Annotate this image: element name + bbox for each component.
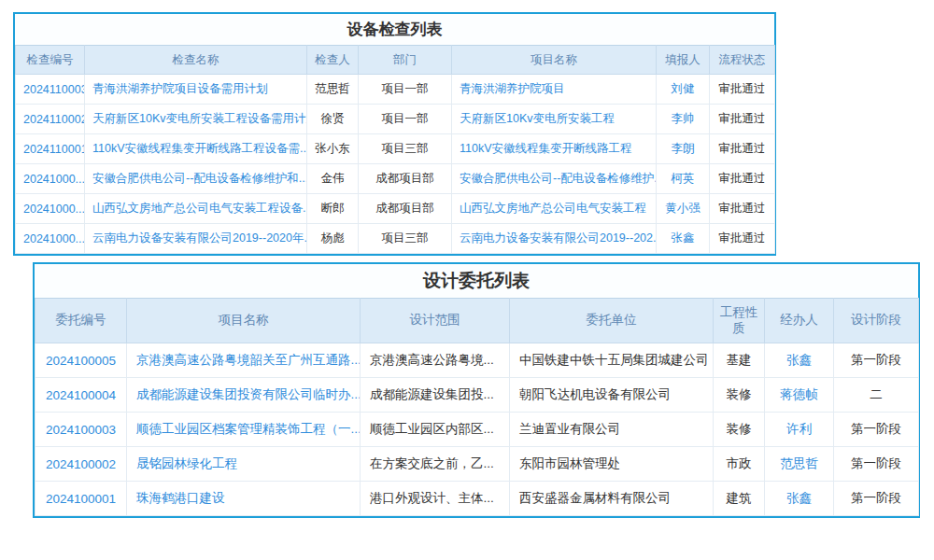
design-stage-cell: 二 xyxy=(834,378,919,413)
project-name-link[interactable]: 云南电力设备安装有限公司2019--202... xyxy=(460,231,657,245)
reporter-link[interactable]: 张鑫 xyxy=(672,231,695,245)
col-header-project-name: 项目名称 xyxy=(452,46,657,75)
project-type-cell: 装修 xyxy=(714,378,765,413)
inspection-id-link[interactable]: 20241000... xyxy=(23,173,85,186)
inspection-name-link[interactable]: 青海洪湖养护院项目设备需用计划 xyxy=(92,82,268,95)
project-name-link[interactable]: 110kV安徽线程集变开断线路工程 xyxy=(460,142,632,155)
inspection-id-link[interactable]: 2024110001 xyxy=(23,143,85,156)
project-name-link[interactable]: 青海洪湖养护院项目 xyxy=(460,82,565,95)
project-name-link[interactable]: 珠海鹤港口建设 xyxy=(136,491,225,505)
inspection-name-link[interactable]: 安徽合肥供电公司--配电设备检修维护和... xyxy=(92,172,307,185)
inspector-cell: 金伟 xyxy=(307,164,359,194)
page: 设备检查列表 检查编号 检查名称 检查人 部门 项目名称 填报人 流程状态 xyxy=(0,0,934,560)
handler-link[interactable]: 张鑫 xyxy=(786,353,812,367)
design-scope-cell: 成都能源建设集团投... xyxy=(361,378,510,413)
status-badge: 审批通过 xyxy=(710,105,775,134)
table-header-row: 委托编号 项目名称 设计范围 委托单位 工程性质 经办人 设计阶段 xyxy=(35,299,919,343)
equipment-inspection-table-card: 设备检查列表 检查编号 检查名称 检查人 部门 项目名称 填报人 流程状态 xyxy=(13,12,776,256)
handler-link[interactable]: 范思哲 xyxy=(780,456,818,470)
reporter-link[interactable]: 黄小强 xyxy=(665,202,700,215)
status-badge: 审批通过 xyxy=(710,224,775,254)
table-row: 2024110002 天府新区10Kv变电所安装工程设备需用计划 徐贤 项目一部… xyxy=(16,105,775,134)
table-row: 2024110001 110kV安徽线程集变开断线路工程设备需... 张小东 项… xyxy=(16,134,775,164)
col-header-department: 部门 xyxy=(359,46,452,75)
table-row: 20241000... 云南电力设备安装有限公司2019--2020年... 杨… xyxy=(16,224,775,254)
inspector-cell: 范思哲 xyxy=(307,75,359,105)
design-stage-cell: 第一阶段 xyxy=(834,447,919,482)
project-name-link[interactable]: 京港澳高速公路粤境韶关至广州互通路... xyxy=(136,353,361,367)
project-name-link[interactable]: 天府新区10Kv变电所安装工程 xyxy=(460,112,615,125)
department-cell: 项目一部 xyxy=(359,105,452,134)
design-scope-cell: 京港澳高速公路粤境... xyxy=(361,343,510,378)
project-type-cell: 基建 xyxy=(714,343,765,378)
department-cell: 项目一部 xyxy=(359,75,452,105)
reporter-link[interactable]: 李帅 xyxy=(672,112,695,125)
inspector-cell: 断郎 xyxy=(307,194,359,224)
client-unit-cell: 兰迪置业有限公司 xyxy=(510,413,714,447)
commission-id-link[interactable]: 2024100003 xyxy=(46,423,116,437)
project-name-link[interactable]: 安徽合肥供电公司--配电设备检修维护... xyxy=(460,172,657,185)
department-cell: 项目三部 xyxy=(359,134,452,164)
equipment-inspection-title: 设备检查列表 xyxy=(15,14,774,45)
design-stage-cell: 第一阶段 xyxy=(834,343,919,378)
client-unit-cell: 朝阳飞达机电设备有限公司 xyxy=(510,378,714,413)
col-header-flow-status: 流程状态 xyxy=(710,46,775,75)
design-scope-cell: 顺德工业园区内部区... xyxy=(361,413,510,447)
inspection-id-link[interactable]: 20241000... xyxy=(23,232,85,245)
col-header-client-unit: 委托单位 xyxy=(510,299,714,343)
inspection-name-link[interactable]: 山西弘文房地产总公司电气安装工程设备... xyxy=(92,202,307,215)
col-header-commission-id: 委托编号 xyxy=(35,299,127,343)
col-header-project-type: 工程性质 xyxy=(714,299,765,343)
commission-id-link[interactable]: 2024100004 xyxy=(46,388,116,402)
inspector-cell: 徐贤 xyxy=(307,105,359,134)
handler-link[interactable]: 许利 xyxy=(786,422,812,436)
project-name-link[interactable]: 山西弘文房地产总公司电气安装工程 xyxy=(460,202,646,215)
department-cell: 成都项目部 xyxy=(359,164,452,194)
table-row: 2024110003 青海洪湖养护院项目设备需用计划 范思哲 项目一部 青海洪湖… xyxy=(16,75,775,105)
project-type-cell: 建筑 xyxy=(714,482,765,516)
department-cell: 成都项目部 xyxy=(359,194,452,224)
reporter-link[interactable]: 柯英 xyxy=(672,172,695,185)
col-header-reporter: 填报人 xyxy=(657,46,710,75)
table-row: 2024100002 晟铭园林绿化工程 在方案交底之前，乙... 东阳市园林管理… xyxy=(35,447,919,482)
project-type-cell: 装修 xyxy=(714,413,765,447)
table-row: 2024100003 顺德工业园区档案管理精装饰工程（一... 顺德工业园区内部… xyxy=(35,413,919,447)
reporter-link[interactable]: 刘健 xyxy=(672,82,695,95)
inspection-name-link[interactable]: 云南电力设备安装有限公司2019--2020年... xyxy=(92,231,307,245)
commission-id-link[interactable]: 2024100001 xyxy=(46,492,116,506)
status-badge: 审批通过 xyxy=(710,75,775,105)
inspector-cell: 杨彪 xyxy=(307,224,359,254)
client-unit-cell: 中国铁建中铁十五局集团城建公司 xyxy=(510,343,714,378)
project-name-link[interactable]: 成都能源建设集团投资有限公司临时办... xyxy=(136,387,361,401)
col-header-handler: 经办人 xyxy=(765,299,834,343)
client-unit-cell: 西安盛器金属材料有限公司 xyxy=(510,482,714,516)
handler-link[interactable]: 蒋德帧 xyxy=(780,387,818,401)
table-header-row: 检查编号 检查名称 检查人 部门 项目名称 填报人 流程状态 xyxy=(16,46,775,75)
col-header-inspection-id: 检查编号 xyxy=(16,46,85,75)
project-name-link[interactable]: 晟铭园林绿化工程 xyxy=(136,456,237,470)
commission-id-link[interactable]: 2024100002 xyxy=(46,457,116,471)
inspection-name-link[interactable]: 110kV安徽线程集变开断线路工程设备需... xyxy=(92,142,307,155)
project-name-link[interactable]: 顺德工业园区档案管理精装饰工程（一... xyxy=(136,422,361,436)
handler-link[interactable]: 张鑫 xyxy=(786,491,812,505)
design-commission-table-card: 设计委托列表 委托编号 项目名称 设计范围 委托单位 工程性质 经办人 设计阶段 xyxy=(33,262,920,518)
col-header-inspector: 检查人 xyxy=(307,46,359,75)
design-commission-table: 委托编号 项目名称 设计范围 委托单位 工程性质 经办人 设计阶段 202410… xyxy=(35,298,919,516)
design-stage-cell: 第一阶段 xyxy=(834,482,919,516)
table-row: 2024100005 京港澳高速公路粤境韶关至广州互通路... 京港澳高速公路粤… xyxy=(35,343,919,378)
inspection-id-link[interactable]: 2024110003 xyxy=(23,83,85,96)
col-header-project-name: 项目名称 xyxy=(127,299,361,343)
design-commission-title: 设计委托列表 xyxy=(35,264,918,298)
status-badge: 审批通过 xyxy=(710,134,775,164)
inspection-id-link[interactable]: 2024110002 xyxy=(23,113,85,126)
reporter-link[interactable]: 李朗 xyxy=(672,142,695,155)
commission-id-link[interactable]: 2024100005 xyxy=(46,354,116,368)
inspector-cell: 张小东 xyxy=(307,134,359,164)
table-row: 20241000... 山西弘文房地产总公司电气安装工程设备... 断郎 成都项… xyxy=(16,194,775,224)
col-header-design-scope: 设计范围 xyxy=(361,299,510,343)
status-badge: 审批通过 xyxy=(710,194,775,224)
inspection-name-link[interactable]: 天府新区10Kv变电所安装工程设备需用计划 xyxy=(92,112,307,125)
inspection-id-link[interactable]: 20241000... xyxy=(23,203,85,216)
project-type-cell: 市政 xyxy=(714,447,765,482)
department-cell: 项目三部 xyxy=(359,224,452,254)
